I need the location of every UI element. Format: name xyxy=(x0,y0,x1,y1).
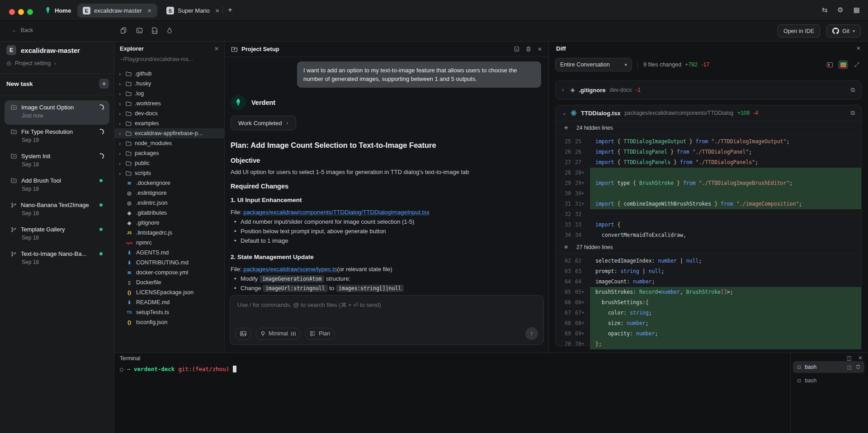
plan-bullet: Add number input/slider component for im… xyxy=(231,218,542,228)
zoom-window-button[interactable] xyxy=(27,9,33,15)
split-terminal-icon[interactable]: ◫ xyxy=(847,355,852,361)
tab-close-icon[interactable]: ✕ xyxy=(215,8,220,14)
file-code-icon[interactable] xyxy=(152,27,158,34)
attach-image-button[interactable] xyxy=(236,328,251,340)
task-item[interactable]: Text-to-Image Nano-Ba...Sep 18 xyxy=(5,247,109,271)
hidden-lines-row[interactable]: ✳24 hidden lines xyxy=(556,121,861,135)
apps-grid-icon[interactable]: ▦ xyxy=(854,6,860,14)
close-icon[interactable]: ✕ xyxy=(538,46,542,52)
tab-super-mario[interactable]: S Super Mario ✕ xyxy=(161,4,225,18)
tree-folder[interactable]: ›packages xyxy=(114,148,224,158)
home-button[interactable]: Home xyxy=(44,5,71,15)
file-link[interactable]: packages/excalidraw/scene/types.ts xyxy=(243,266,337,273)
task-item[interactable]: Template GallerySep 18 xyxy=(5,222,109,247)
close-icon[interactable]: ✕ xyxy=(858,355,863,361)
project-setting-button[interactable]: ◎ Project setting › xyxy=(6,60,56,66)
branch-icon xyxy=(11,202,16,208)
tree-file[interactable]: JS.lintstagedrc.js xyxy=(114,228,224,238)
screen-share-icon[interactable]: ⇆ xyxy=(822,6,828,14)
terminal-tab-bash[interactable]: ⊡bash xyxy=(793,375,864,386)
diff-file-header[interactable]: ⌄ TTDDialog.tsx packages/excalidraw/comp… xyxy=(556,105,861,121)
tree-file[interactable]: TSsetupTests.ts xyxy=(114,307,224,317)
tree-file[interactable]: npmnpmrc xyxy=(114,238,224,248)
tree-folder[interactable]: ›.husky xyxy=(114,79,224,89)
diff-file-card-gitignore[interactable]: › ◈ .gitignore dev-docs -1 ⧉ xyxy=(555,80,862,99)
tree-file[interactable]: ◎.eslintrc.json xyxy=(114,198,224,208)
terminal-icon[interactable] xyxy=(136,27,143,34)
terminal-prompt[interactable]: ○ → verdent-deck git:(feat/zhou) xyxy=(120,366,236,372)
close-icon[interactable]: ✕ xyxy=(214,46,219,52)
mode-plan-button[interactable]: Plan xyxy=(305,328,335,340)
expand-lines-icon[interactable]: ✳ xyxy=(556,125,576,131)
add-task-button[interactable]: + xyxy=(99,79,109,89)
task-title: System Init xyxy=(21,153,94,160)
tree-file[interactable]: ▯Dockerfile xyxy=(114,278,224,287)
tree-folder[interactable]: ›dev-docs xyxy=(114,108,224,118)
task-list: Image Count OptionJust nowFix Type Resol… xyxy=(5,100,109,271)
terminal-tab-bash[interactable]: ⊡bash◫ xyxy=(793,361,864,373)
js-icon: JS xyxy=(126,231,133,235)
plan-file-line: File: packages/excalidraw/components/TTD… xyxy=(231,209,542,216)
task-item[interactable]: Fix Type ResolutionSep 19 xyxy=(5,125,109,149)
file-link[interactable]: packages/excalidraw/components/TTDDialog… xyxy=(243,209,429,216)
tree-folder[interactable]: ›scripts xyxy=(114,168,224,178)
send-button[interactable]: ↑ xyxy=(525,327,538,340)
composer[interactable]: Use / for commands, @ to search files (⌘… xyxy=(230,295,544,345)
tree-file[interactable]: ⬇README.md xyxy=(114,297,224,307)
open-in-ide-button[interactable]: Open in IDE xyxy=(778,24,820,38)
tree-file[interactable]: {}tsconfig.json xyxy=(114,317,224,327)
tree-file[interactable]: ⬇CONTRIBUTING.md xyxy=(114,258,224,268)
close-icon[interactable]: ✕ xyxy=(856,45,861,52)
gear-icon[interactable]: ⚙ xyxy=(837,6,843,14)
split-view-icon[interactable] xyxy=(825,60,835,69)
chat-scroll-area[interactable]: I want to add an option to my text-to-im… xyxy=(225,57,548,295)
tree-folder[interactable]: ›.github xyxy=(114,69,224,79)
tree-file[interactable]: ◎.eslintignore xyxy=(114,188,224,198)
mode-minimal-button[interactable]: Minimal xyxy=(255,328,301,340)
git-icon: ◈ xyxy=(126,210,133,216)
minimize-window-button[interactable] xyxy=(18,9,24,15)
tree-file[interactable]: {}LICENSEpackage.json xyxy=(114,287,224,297)
trash-icon[interactable] xyxy=(856,364,860,370)
hidden-lines-row[interactable]: ✳27 hidden lines xyxy=(556,240,861,254)
tree-file[interactable]: ◈.gitignore xyxy=(114,218,224,228)
tree-folder[interactable]: ›examples xyxy=(114,118,224,128)
tree-file[interactable]: ◈.gitattributes xyxy=(114,208,224,218)
back-button[interactable]: ← Back xyxy=(12,27,33,33)
tree-file[interactable]: ≋.dockerignore xyxy=(114,178,224,188)
tab-close-icon[interactable]: ✕ xyxy=(147,8,151,14)
task-item[interactable]: Nano-Banana Text2ImageSep 18 xyxy=(5,198,109,222)
tab-excalidraw-master[interactable]: E excalidraw-master ✕ xyxy=(77,4,157,18)
copy-files-icon[interactable] xyxy=(120,27,127,34)
chevron-down-icon[interactable]: ⌄ xyxy=(562,110,566,116)
task-item[interactable]: Add Brush ToolSep 18 xyxy=(5,174,109,198)
tree-folder[interactable]: ›public xyxy=(114,158,224,168)
expand-lines-icon[interactable]: ✳ xyxy=(556,244,576,250)
expand-view-icon[interactable]: ⤢ xyxy=(852,60,862,69)
task-item[interactable]: Image Count OptionJust now xyxy=(5,100,109,125)
unified-view-icon[interactable] xyxy=(838,60,848,69)
export-icon[interactable] xyxy=(514,46,519,52)
tree-file[interactable]: ⬇AGENTS.md xyxy=(114,248,224,258)
tree-folder[interactable]: ›node_modules xyxy=(114,138,224,148)
chevron-right-icon: › xyxy=(287,120,288,126)
tree-item-label: .gitignore xyxy=(136,220,159,226)
tree-file[interactable]: ≋docker-compose.yml xyxy=(114,268,224,278)
task-item[interactable]: System InitSep 18 xyxy=(5,149,109,174)
tree-folder[interactable]: ›excalidraw-appfirebase-p... xyxy=(114,128,224,138)
work-completed-pill[interactable]: Work Completed › xyxy=(231,116,296,130)
new-tab-button[interactable]: + xyxy=(228,5,232,14)
scope-selector[interactable]: Entire Conversation ▾ xyxy=(555,58,632,71)
divider xyxy=(637,61,638,69)
close-window-button[interactable] xyxy=(9,9,15,15)
git-button[interactable]: Git ▾ xyxy=(826,24,861,38)
open-file-icon[interactable]: ⧉ xyxy=(851,86,855,94)
tree-item-label: .husky xyxy=(135,80,151,87)
flame-icon[interactable] xyxy=(167,27,172,34)
tree-folder[interactable]: ›.worktrees xyxy=(114,99,224,108)
split-icon[interactable]: ◫ xyxy=(847,364,852,370)
trash-icon[interactable] xyxy=(526,46,531,52)
chevron-right-icon[interactable]: › xyxy=(562,87,566,93)
tree-folder[interactable]: ›.log xyxy=(114,89,224,99)
open-file-icon[interactable]: ⧉ xyxy=(851,109,855,117)
